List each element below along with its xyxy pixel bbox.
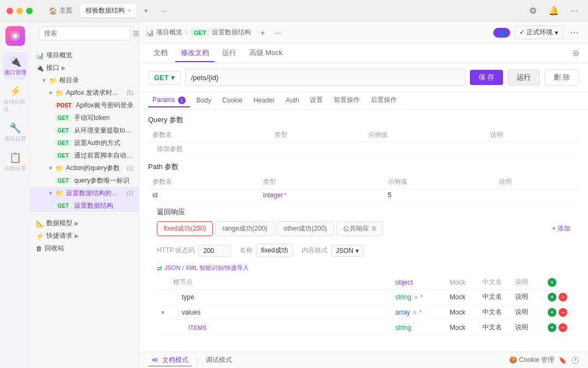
filter-icon[interactable]: ⊞ (133, 29, 139, 38)
tab-settings-icon[interactable]: ⊕ (572, 48, 579, 58)
minimize-button[interactable] (16, 8, 23, 14)
path-param-desc-id (494, 189, 579, 202)
params-tab-cookie[interactable]: Cookie (218, 94, 247, 107)
http-status-value[interactable]: 200 (198, 245, 231, 257)
params-tab-auth[interactable]: Auth (281, 94, 304, 107)
params-tab-header[interactable]: Header (249, 94, 279, 107)
search-area: ⊞ + (30, 22, 139, 49)
tree-apifox-folder[interactable]: ▼ 📁 Apifox 发请求时如何自... (5) (30, 87, 139, 99)
add-param-link[interactable]: 添加参数 (152, 143, 187, 155)
cookie-mgmt-link[interactable]: 🍪 Cookie 管理 (509, 355, 554, 365)
nav-auto-test[interactable]: ⚡ 自动化测试 (3, 82, 27, 117)
tab-more[interactable]: ··· (156, 5, 172, 17)
response-tab-range[interactable]: range成功(200) (215, 221, 274, 236)
type-mock-cell[interactable]: Mock (446, 289, 479, 305)
response-tab-public[interactable]: 公共响应 0 (336, 221, 382, 236)
nav-project-settings[interactable]: 🔧 项目设置 (3, 119, 27, 146)
values-mock-cell[interactable]: Mock (446, 305, 479, 320)
response-tab-fixed[interactable]: fixed成功(200) (157, 221, 213, 236)
tree-get-auto-login[interactable]: GET 通过前置脚本自动登录 (30, 149, 139, 162)
path-col-type: 类型 (259, 175, 383, 189)
tab-active[interactable]: 校验数据结构 × (80, 4, 137, 17)
tab-edit-document[interactable]: 修改文档 (175, 45, 215, 62)
tree-root-folder[interactable]: ▼ 📁 根目录 (30, 74, 139, 87)
items-remove-icon[interactable]: − (559, 323, 567, 332)
delete-button[interactable]: 删 除 (544, 69, 579, 86)
tree-quick-request[interactable]: ⚡ 快捷请求 ▶ (30, 230, 139, 242)
params-tab-settings[interactable]: 设置 (305, 93, 327, 108)
params-tab-params[interactable]: Params 1 (148, 94, 190, 107)
values-chinese-cell[interactable]: 中文名 (479, 305, 512, 320)
type-required: * (420, 294, 422, 300)
tree-get-env-token[interactable]: GET 从环境变量提取token (30, 124, 139, 137)
tree-interface[interactable]: 🔌 接口 ▶ (30, 62, 139, 74)
content-type-select[interactable]: JSON ▾ (331, 245, 364, 257)
params-tab-post-action[interactable]: 后置操作 (366, 93, 401, 108)
tab-advanced-mock[interactable]: 高级 Mock (244, 45, 288, 62)
doc-mode-label: 文档模式 (162, 356, 188, 364)
type-add-icon[interactable]: + (548, 293, 556, 301)
path-col-example: 示例值 (383, 175, 494, 189)
url-input[interactable] (185, 69, 465, 86)
root-add-icon[interactable]: + (548, 278, 556, 287)
params-tab-body[interactable]: Body (192, 94, 216, 107)
root-actions: + (548, 278, 567, 287)
response-tabs: fixed成功(200) range成功(200) other成功(200) 公… (157, 221, 571, 236)
more-icon[interactable]: ··· (567, 4, 581, 18)
type-remove-icon[interactable]: − (559, 293, 567, 301)
chevron-right-icon-2: ▶ (75, 220, 79, 226)
items-desc-cell[interactable]: 说明 (512, 320, 544, 335)
nav-online-share[interactable]: 📋 在线分享 (3, 148, 27, 176)
params-tab-pre-action[interactable]: 前置操作 (329, 93, 364, 108)
type-desc-cell[interactable]: 说明 (512, 289, 544, 305)
values-remove-icon[interactable]: − (559, 308, 567, 317)
env-selector[interactable]: ✓ 正式环境 ▾ (514, 26, 563, 39)
items-chinese-cell[interactable]: 中文名 (479, 320, 512, 335)
tab-home[interactable]: 🏠 主页 (44, 4, 78, 17)
global-settings-icon[interactable]: ⋯ (567, 26, 581, 40)
type-chinese-cell[interactable]: 中文名 (479, 289, 512, 305)
items-collapse-cell (157, 320, 170, 335)
nav-api-mgmt[interactable]: 🔌 接口管理 (3, 52, 27, 80)
project-settings-icon: 🔧 (9, 122, 21, 134)
tab-run[interactable]: 运行 (217, 45, 242, 62)
import-schema-button[interactable]: JSON / XML 智能识别/快捷导入 (164, 264, 249, 272)
close-button[interactable] (7, 8, 13, 14)
more-options-button[interactable]: ··· (275, 28, 281, 37)
search-input[interactable] (39, 26, 131, 40)
settings-icon[interactable]: ⚙ (526, 4, 540, 18)
chevron-down-method: ▾ (171, 74, 175, 82)
tree-get-data-struct[interactable]: GET 设置数据结构 (30, 200, 139, 212)
maximize-button[interactable] (26, 8, 33, 14)
clock-icon[interactable]: 🕐 (571, 357, 579, 364)
run-button[interactable]: 运行 (507, 69, 540, 86)
bottom-tab-debug-mode[interactable]: 调试模式 (203, 354, 235, 366)
values-collapse-icon[interactable]: ▼ (160, 310, 166, 316)
tree-settings-folder[interactable]: ▼ 📁 设置数据结构的最佳实践 (1) (30, 187, 139, 200)
notifications-icon[interactable]: 🔔 (547, 4, 561, 18)
bookmark-icon[interactable]: 🔖 (559, 357, 567, 364)
tree-recycle[interactable]: 🗑 回收站 (30, 242, 139, 255)
tree-post-login[interactable]: POST Apifox账号密码登录 (30, 99, 139, 112)
add-api-button[interactable]: + (258, 27, 268, 38)
items-mock-cell[interactable]: Mock (446, 320, 479, 335)
titlebar-right: ⚙ 🔔 ··· (526, 4, 581, 18)
items-add-icon[interactable]: + (548, 323, 556, 332)
tree-action-folder[interactable]: ▼ 📁 Action的query参数 (1) (30, 162, 139, 174)
tab-document[interactable]: 文档 (148, 45, 173, 62)
save-button[interactable]: 保 存 (470, 70, 504, 85)
tree-get-token[interactable]: GET 手动写token (30, 112, 139, 124)
tab-close-icon[interactable]: × (128, 8, 131, 14)
values-add-icon[interactable]: + (548, 308, 556, 317)
tree-data-model[interactable]: 📐 数据模型 ▶ (30, 217, 139, 230)
tree-project-overview[interactable]: 📊 项目概览 (30, 49, 139, 62)
values-desc-cell[interactable]: 说明 (512, 305, 544, 320)
response-tab-other[interactable]: other成功(200) (277, 221, 334, 236)
tree-get-query-param[interactable]: GET query参数唯一标识 (30, 174, 139, 187)
bottom-tab-doc-mode[interactable]: ≪ 文档模式 (148, 354, 192, 366)
add-response-button[interactable]: + 添加 (552, 224, 571, 233)
method-selector[interactable]: GET ▾ (148, 71, 181, 85)
response-name-value[interactable]: fixed成功 (256, 244, 292, 257)
tree-get-auth[interactable]: GET 设置Auth的方式 (30, 137, 139, 149)
tab-add[interactable]: + (139, 5, 154, 17)
